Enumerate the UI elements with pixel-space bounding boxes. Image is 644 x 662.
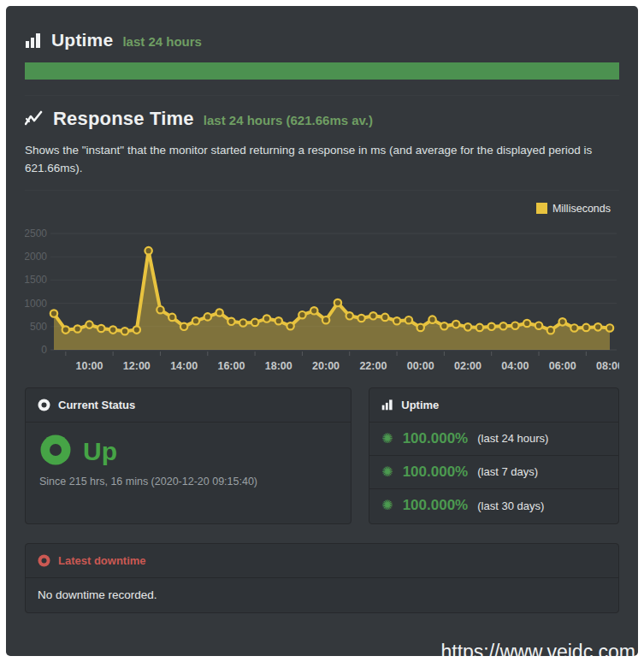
- svg-text:2000: 2000: [25, 251, 47, 263]
- uptime-panel-header: Uptime: [369, 388, 618, 423]
- burst-icon: ✺: [381, 432, 393, 446]
- latest-downtime-panel: Latest downtime No downtime recorded.: [25, 543, 619, 613]
- chart-legend: Milliseconds: [25, 203, 619, 215]
- svg-text:02:00: 02:00: [454, 360, 482, 372]
- watermark-url: https://www.veidc.com: [440, 641, 635, 656]
- uptime-row-24h: ✺ 100.000% (last 24 hours): [369, 423, 618, 456]
- svg-text:00:00: 00:00: [407, 360, 434, 372]
- svg-text:06:00: 06:00: [549, 360, 576, 372]
- svg-text:1500: 1500: [25, 274, 47, 286]
- legend-color-swatch: [536, 203, 547, 214]
- svg-text:2500: 2500: [25, 228, 47, 239]
- current-status-header: Current Status: [26, 388, 351, 423]
- dot-circle-icon: [38, 399, 50, 411]
- uptime-period-label: (last 24 hours): [477, 432, 548, 445]
- bar-chart-icon: [381, 399, 393, 411]
- response-description: Shows the "instant" that the monitor sta…: [25, 142, 619, 178]
- response-section-title: Response Time: [53, 108, 194, 130]
- uptime-summary-panel: Uptime ✺ 100.000% (last 24 hours) ✺ 100.…: [369, 387, 619, 524]
- svg-text:16:00: 16:00: [217, 360, 245, 372]
- uptime-percentage: 100.000%: [403, 464, 469, 481]
- status-page-container: Uptime last 24 hours Response Time last …: [6, 6, 638, 656]
- svg-text:20:00: 20:00: [312, 360, 340, 372]
- status-panels-row: Current Status Up Since 215 hrs, 16 mins…: [25, 387, 619, 524]
- svg-text:12:00: 12:00: [123, 360, 151, 372]
- legend-label: Milliseconds: [552, 203, 611, 215]
- svg-text:22:00: 22:00: [359, 360, 387, 372]
- uptime-period-label: (last 30 days): [477, 499, 544, 512]
- uptime-section-subtitle: last 24 hours: [122, 34, 202, 49]
- uptime-percentage: 100.000%: [403, 430, 469, 447]
- response-section-header: Response Time last 24 hours (621.66ms av…: [25, 108, 619, 130]
- uptime-row-7d: ✺ 100.000% (last 7 days): [369, 456, 618, 489]
- latest-downtime-header: Latest downtime: [26, 544, 618, 578]
- response-section-subtitle: last 24 hours (621.66ms av.): [204, 113, 373, 127]
- uptime-panel-title: Uptime: [401, 399, 439, 411]
- latest-downtime-title: Latest downtime: [58, 554, 146, 567]
- status-value: Up: [83, 437, 117, 466]
- svg-text:0: 0: [41, 344, 47, 356]
- svg-text:08:00: 08:00: [596, 360, 619, 372]
- uptime-row-30d: ✺ 100.000% (last 30 days): [369, 489, 618, 523]
- uptime-section-header: Uptime last 24 hours: [25, 30, 619, 50]
- uptime-percentage: 100.000%: [403, 497, 469, 514]
- bar-chart-icon: [25, 32, 42, 49]
- red-dot-circle-icon: [38, 554, 50, 567]
- response-time-chart: Milliseconds 0500100015002000250010:0012…: [25, 203, 619, 379]
- uptime-period-label: (last 7 days): [477, 465, 538, 478]
- uptime-section-title: Uptime: [51, 30, 113, 50]
- section-divider: [25, 190, 619, 191]
- svg-text:500: 500: [30, 321, 47, 333]
- svg-text:04:00: 04:00: [501, 360, 529, 372]
- svg-text:10:00: 10:00: [75, 360, 103, 372]
- current-status-panel: Current Status Up Since 215 hrs, 16 mins…: [25, 387, 352, 524]
- svg-text:18:00: 18:00: [265, 360, 292, 372]
- latest-downtime-message: No downtime recorded.: [26, 578, 618, 612]
- status-since-text: Since 215 hrs, 16 mins (2020-12-20 09:15…: [39, 476, 337, 488]
- up-status-icon: [39, 434, 72, 470]
- svg-text:1000: 1000: [25, 297, 47, 309]
- burst-icon: ✺: [381, 465, 393, 479]
- chart-canvas[interactable]: 0500100015002000250010:0012:0014:0016:00…: [25, 215, 619, 379]
- current-status-body: Up Since 215 hrs, 16 mins (2020-12-20 09…: [26, 423, 351, 499]
- uptime-progress-bar: [25, 62, 619, 80]
- svg-text:14:00: 14:00: [170, 360, 198, 372]
- burst-icon: ✺: [381, 499, 393, 512]
- current-status-title: Current Status: [58, 399, 135, 411]
- section-divider: [25, 95, 619, 96]
- line-chart-icon: [25, 110, 44, 127]
